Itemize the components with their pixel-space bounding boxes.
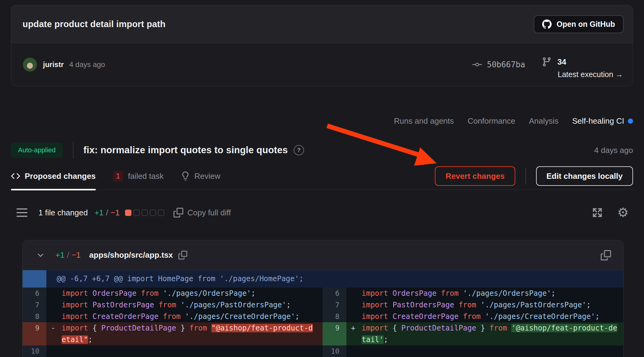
copy-file-diff-icon[interactable] [601,250,611,260]
code-token: ; [286,301,291,309]
code-token: './pages/PastOrdersPage' [481,301,586,309]
file-additions: +1 [55,250,65,260]
diff-pane-old: 6import OrdersPage from './pages/OrdersP… [23,288,323,357]
nav-item-self-healing-ci[interactable]: Self-healing CI [572,116,633,126]
code-line: import CreateOrderPage from './pages/Cre… [62,311,323,322]
nav-item-runs-and-agents[interactable]: Runs and agents [394,116,454,126]
code-line: import { ProductDetailPage } from "@aish… [62,322,323,345]
code-token: './pages/OrdersPage' [163,289,251,298]
open-on-github-button[interactable]: Open on GitHub [534,15,624,33]
latest-execution-link[interactable]: Latest execution → [558,70,623,79]
commit-sha[interactable]: 50b667ba [472,59,525,70]
stat-slash: / [106,208,108,217]
code-token: ; [251,289,255,298]
diff-marker [346,299,362,311]
fix-time: 4 days ago [594,146,633,155]
line-number: 6 [323,288,346,299]
code-token: '@aishop/feat-product-de [511,324,617,332]
tab-proposed-changes[interactable]: Proposed changes [11,163,96,189]
fix-title: fix: normalize import quotes to single q… [84,145,288,156]
commit-card: update product detail import path Open o… [11,5,633,86]
code-token: import [362,324,392,332]
tab-label: failed task [128,171,163,181]
file-diff-card: +1 / −1 apps/shop/src/app.tsx @@ -6,7 +6… [22,240,624,357]
code-line [62,345,323,357]
nav-item-conformance[interactable]: Conformance [468,116,515,126]
nav-item-label: Analysis [529,116,559,126]
help-icon[interactable]: ? [294,145,304,155]
code-token: import [362,289,392,298]
code-token: CreateOrderPage [92,312,163,321]
gear-icon[interactable]: ⚙ [617,207,629,218]
execution-count-row: 34 [542,57,623,67]
copy-full-diff-label: Copy full diff [187,208,231,217]
edit-changes-locally-button[interactable]: Edit changes locally [536,166,633,186]
clipboard-icon [174,208,183,217]
code-token: import [62,301,92,309]
fullscreen-icon[interactable] [592,207,603,218]
diff-row-left-8: 8import CreateOrderPage from './pages/Cr… [23,311,323,322]
code-token: from [459,301,481,309]
line-number: 8 [323,311,346,322]
code-token: from [489,324,511,332]
code-token: import [362,301,392,309]
nav-item-label: Conformance [468,116,515,126]
chevron-down-icon[interactable] [36,251,45,260]
divider [525,168,526,185]
code-line: import OrdersPage from './pages/OrdersPa… [362,288,624,299]
hunk-header: @@ -6,7 +6,7 @@ import HomePage from './… [23,270,623,288]
divider [73,142,73,159]
line-number: 10 [23,345,46,357]
change-block-empty [133,210,140,216]
commit-sha-value: 50b667ba [487,60,525,69]
diff-row-left-6: 6import OrdersPage from './pages/OrdersP… [23,288,323,299]
diff-toolbar: 1 file changed +1 / −1 Copy full diff ⚙ [11,203,633,222]
diff-row-left-7: 7import PastOrdersPage from './pages/Pas… [23,299,323,311]
code-token: './pages/CreateOrderPage' [185,312,295,321]
code-token: './pages/PastOrdersPage' [181,301,286,309]
diff-row-right-8: 8import CreateOrderPage from './pages/Cr… [323,311,624,322]
diff-row-right-7: 7import PastOrdersPage from './pages/Pas… [323,299,624,311]
copy-full-diff-button[interactable]: Copy full diff [174,208,231,217]
line-number: 6 [23,288,46,299]
tab-label: Proposed changes [25,171,96,181]
commit-info-row: juristr 4 days ago 50b667ba 34 Latest ex… [11,43,633,86]
tab-failed-task[interactable]: 1failed task [113,163,164,189]
commit-card-header: update product detail import path Open o… [11,5,633,43]
code-token: ; [586,301,591,309]
code-line: import CreateOrderPage from './pages/Cre… [362,311,624,322]
toolbar-icons: ⚙ [592,207,629,218]
code-token: './pages/CreateOrderPage' [485,312,595,321]
change-block-filled [125,210,131,216]
execution-meta: 34 Latest execution → [542,57,623,79]
diff-row-left-9: 9-import { ProductDetailPage } from "@ai… [23,322,323,345]
auto-applied-badge: Auto-applied [11,143,63,158]
code-token: from [441,289,463,298]
code-token: } [476,324,489,332]
file-header: +1 / −1 apps/shop/src/app.tsx [23,240,623,270]
file-list-toggle-icon[interactable] [16,208,27,217]
github-icon [542,19,552,29]
code-token: PastOrdersPage [392,301,459,309]
nav-item-label: Runs and agents [394,116,454,126]
diff-pane-new: 6import OrdersPage from './pages/OrdersP… [323,288,624,357]
revert-changes-button[interactable]: Revert changes [435,166,515,186]
commit-icon [472,59,483,70]
tab-label: Review [195,171,220,181]
code-token: import [62,324,92,332]
code-line [362,345,624,357]
code-token: from [163,312,185,321]
code-icon [11,171,20,181]
diff-marker: - [46,322,62,345]
repo-nav: Runs and agentsConformanceAnalysisSelf-h… [394,114,633,128]
code-token: etail" [62,335,88,344]
diff-marker [46,311,62,322]
tab-review[interactable]: Review [181,163,220,189]
diff-row-right-9: 9+import { ProductDetailPage } from '@ai… [323,322,624,345]
line-number: 9 [23,322,46,345]
code-token: "@aishop/feat-product-d [211,324,313,332]
nav-item-analysis[interactable]: Analysis [529,116,559,126]
change-block-empty [158,210,164,216]
copy-path-icon[interactable] [178,251,187,260]
commit-time: 4 days ago [69,60,105,69]
